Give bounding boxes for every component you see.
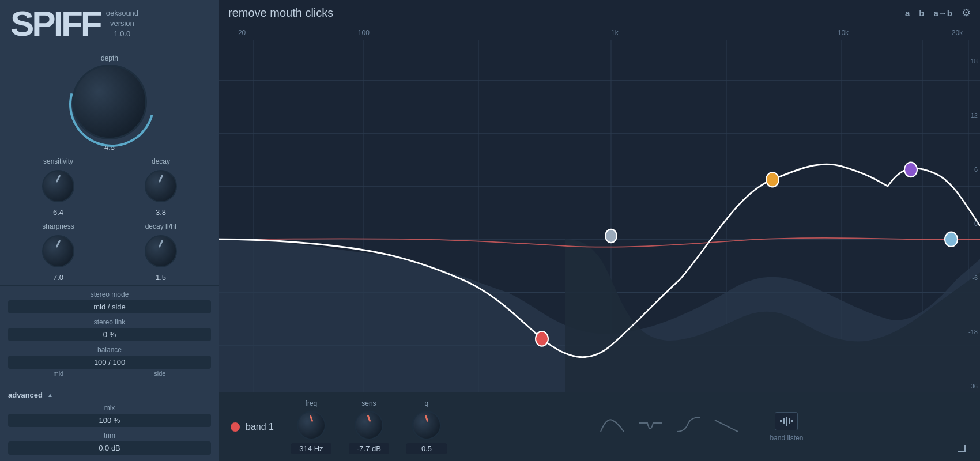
top-bar-right: a b a→b ⚙ xyxy=(905,6,971,19)
decay-lfhf-value: 1.5 xyxy=(156,273,166,282)
svg-point-16 xyxy=(766,172,779,187)
decay-item: decay 3.8 xyxy=(145,157,177,217)
sharpness-label: sharpness xyxy=(42,222,74,231)
sens-param: sens -7.7 dB xyxy=(349,399,389,454)
freq-param: freq 314 Hz xyxy=(291,399,331,454)
sensitivity-item: sensitivity 6.4 xyxy=(42,157,74,217)
sharpness-decay-lfhf-row: sharpness 7.0 decay lf/hf 1.5 xyxy=(0,218,219,283)
advanced-header[interactable]: advanced ▲ xyxy=(0,386,219,402)
decay-value: 3.8 xyxy=(156,208,166,217)
balance-side-label: side xyxy=(154,370,165,377)
decay-lfhf-label: decay lf/hf xyxy=(145,222,177,231)
trim-value[interactable]: 0.0 dB xyxy=(8,441,211,455)
svg-rect-21 xyxy=(786,417,787,426)
trim-label: trim xyxy=(8,432,211,440)
advanced-label: advanced xyxy=(8,391,43,399)
freq-1k: 1k xyxy=(611,29,619,37)
slope-shape-button[interactable] xyxy=(712,414,741,440)
left-panel: SPIFF oeksound version 1.0.0 cut boost d… xyxy=(0,0,219,461)
app-logo: SPIFF xyxy=(10,6,100,41)
waveform-icon[interactable] xyxy=(775,412,798,430)
freq-knob[interactable] xyxy=(297,411,326,440)
balance-mid-label: mid xyxy=(54,370,64,377)
svg-point-15 xyxy=(536,331,548,346)
sensitivity-value: 6.4 xyxy=(53,208,63,217)
depth-knob[interactable] xyxy=(72,65,147,139)
svg-point-18 xyxy=(945,232,958,247)
sharpness-knob[interactable] xyxy=(42,235,74,267)
sensitivity-knob[interactable] xyxy=(42,170,74,202)
freq-100: 100 xyxy=(358,29,370,37)
stereo-mode-label: stereo mode xyxy=(8,290,211,298)
balance-row: balance 100 / 100 mid side xyxy=(8,346,211,377)
decay-lfhf-item: decay lf/hf 1.5 xyxy=(145,222,177,282)
freq-10k: 10k xyxy=(838,29,849,37)
sensitivity-decay-row: sensitivity 6.4 decay 3.8 xyxy=(0,153,219,218)
high-shelf-button[interactable] xyxy=(674,414,703,440)
sens-knob[interactable] xyxy=(355,411,383,440)
stereo-link-value[interactable]: 0 % xyxy=(8,328,211,341)
mix-value[interactable]: 100 % xyxy=(8,414,211,427)
sensitivity-label: sensitivity xyxy=(43,157,73,165)
ab-copy-button[interactable]: a→b xyxy=(933,8,952,18)
svg-point-14 xyxy=(605,229,617,243)
freq-20: 20 xyxy=(238,29,246,37)
stereo-mode-row: stereo mode mid / side xyxy=(8,290,211,313)
logo-area: SPIFF oeksound version 1.0.0 xyxy=(0,0,219,47)
bell-shape-button[interactable] xyxy=(598,414,627,440)
svg-rect-22 xyxy=(789,418,790,424)
balance-sublabels: mid side xyxy=(8,370,211,377)
decay-lfhf-knob[interactable] xyxy=(145,235,177,267)
q-knob[interactable] xyxy=(412,411,441,440)
freq-value: 314 Hz xyxy=(291,443,331,454)
stereo-mode-value[interactable]: mid / side xyxy=(8,300,211,313)
b-button[interactable]: b xyxy=(919,8,924,18)
band-name: band 1 xyxy=(246,422,274,432)
q-param: q 0.5 xyxy=(406,399,447,454)
stereo-link-row: stereo link 0 % xyxy=(8,318,211,341)
spectrum-area[interactable]: 18 12 6 0 -6 -18 -36 xyxy=(219,40,980,392)
band-listen-label: band listen xyxy=(770,434,803,442)
sharpness-item: sharpness 7.0 xyxy=(42,222,74,282)
band-dot xyxy=(231,422,240,432)
balance-value[interactable]: 100 / 100 xyxy=(8,356,211,369)
svg-rect-19 xyxy=(780,420,782,422)
q-param-label: q xyxy=(425,399,429,407)
freq-20k: 20k xyxy=(952,29,963,37)
app-version: oeksound version 1.0.0 xyxy=(106,8,138,40)
decay-knob[interactable] xyxy=(145,170,177,202)
a-button[interactable]: a xyxy=(905,8,910,18)
q-value: 0.5 xyxy=(406,443,447,454)
band-panel: band 1 freq 314 Hz sens -7.7 dB q 0.5 xyxy=(219,392,980,461)
expand-icon[interactable] xyxy=(955,441,968,455)
right-controls: stereo mode mid / side stereo link 0 % b… xyxy=(0,285,219,386)
top-bar: remove mouth clicks a b a→b ⚙ xyxy=(219,0,980,25)
depth-section: depth 4.5 xyxy=(0,52,219,153)
band-indicator: band 1 xyxy=(231,422,274,432)
advanced-arrow-icon: ▲ xyxy=(47,392,53,398)
svg-rect-20 xyxy=(783,418,785,424)
sens-value: -7.7 dB xyxy=(349,443,389,454)
sharpness-value: 7.0 xyxy=(53,273,63,282)
freq-param-label: freq xyxy=(306,399,318,407)
mix-label: mix xyxy=(8,404,211,412)
notch-shape-button[interactable] xyxy=(636,414,665,440)
balance-label: balance xyxy=(8,346,211,354)
svg-rect-23 xyxy=(791,420,793,422)
preset-name: remove mouth clicks xyxy=(228,6,333,20)
stereo-link-label: stereo link xyxy=(8,318,211,326)
sens-param-label: sens xyxy=(361,399,376,407)
shape-buttons xyxy=(598,414,741,440)
spectrum-svg xyxy=(219,40,980,392)
settings-icon[interactable]: ⚙ xyxy=(962,6,971,19)
svg-point-17 xyxy=(904,163,917,177)
decay-label: decay xyxy=(152,157,170,165)
mix-control: mix 100 % xyxy=(8,404,211,427)
advanced-controls: mix 100 % trim 0.0 dB delta bypass xyxy=(0,402,219,461)
right-panel: remove mouth clicks a b a→b ⚙ 20 100 1k … xyxy=(219,0,980,461)
freq-ruler: 20 100 1k 10k 20k xyxy=(219,25,980,40)
trim-control: trim 0.0 dB xyxy=(8,432,211,455)
